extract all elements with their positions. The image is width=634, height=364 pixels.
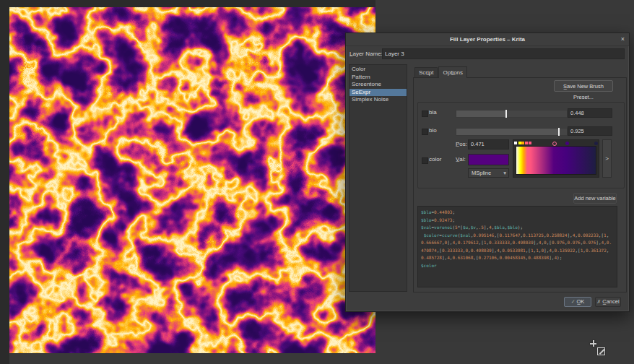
ok-button[interactable]: ✓O̲K (564, 297, 591, 307)
save-new-brush-preset-button[interactable]: S̲ave New Brush Preset... (554, 80, 613, 92)
seexpr-script-editor[interactable]: $bla=0.44803;$blo=0.92473;$val=voronoi(5… (417, 206, 617, 287)
slider-handle[interactable] (558, 128, 560, 136)
slider-blo[interactable] (456, 128, 568, 136)
chevron-down-icon: ▾ (503, 169, 506, 178)
gradient-stop-marker[interactable] (514, 142, 517, 144)
gradient-stop-marker[interactable] (594, 142, 598, 145)
gradient-detail-button[interactable]: > (602, 139, 612, 178)
crosshair-cursor-icon (590, 340, 596, 347)
value-field-bla[interactable]: 0.448 (568, 108, 612, 118)
slider-fill (456, 129, 559, 135)
cancel-button[interactable]: ✗C̲ancel (595, 297, 621, 307)
tab-options[interactable]: Opti̲ons (438, 66, 467, 78)
out-of-canvas-strip-top (0, 0, 375, 7)
code-line: $blo=0.92473; (421, 217, 614, 225)
generator-category-list: ColorPatternScreentoneSeExprSimplex Nois… (349, 64, 407, 292)
seexpr-pattern-image (9, 7, 375, 353)
pos-input[interactable]: 0.471 (468, 139, 509, 150)
gradient-preview[interactable] (516, 146, 596, 175)
category-item-seexpr[interactable]: SeExpr (349, 89, 407, 97)
slider-bla[interactable] (456, 110, 568, 118)
category-item-pattern[interactable]: Pattern (349, 74, 407, 82)
gradient-editor[interactable] (513, 139, 599, 178)
check-icon: ✓ (571, 299, 576, 304)
code-line: $bla=0.44803; (421, 209, 614, 217)
interpolation-dropdown[interactable]: MSpline ▾ (468, 168, 509, 178)
out-of-canvas-strip-left (0, 0, 9, 364)
layer-name-label: L̲ayer Name: (349, 49, 383, 59)
category-item-simplex-noise[interactable]: Simplex Noise (349, 96, 407, 104)
color-value-swatch[interactable] (468, 154, 509, 165)
checkbox-blo[interactable] (422, 129, 428, 135)
close-icon[interactable]: × (621, 33, 625, 46)
interpolation-value: MSpline (472, 170, 491, 176)
code-line: $color (421, 262, 614, 270)
gradient-stop-marker[interactable] (529, 142, 531, 144)
fill-layer-properties-dialog: Fill Layer Properties – Krita × L̲ayer N… (345, 32, 630, 312)
category-item-color[interactable]: Color (349, 66, 407, 74)
checkbox-color[interactable] (422, 157, 428, 164)
pos-label: P̲os: (456, 140, 467, 149)
tab-script[interactable]: Scri̲pt (414, 67, 438, 78)
transform-cursor-icon (597, 347, 605, 355)
layer-name-input[interactable] (382, 48, 625, 59)
variable-label-bla: bla (429, 108, 437, 117)
gradient-stop-strip (516, 141, 596, 146)
variable-label-blo: blo (429, 126, 437, 135)
val-label: V̲al: (456, 155, 466, 164)
gradient-stop-marker[interactable] (565, 142, 569, 145)
add-new-variable-button[interactable]: Add new variable (573, 193, 617, 204)
ok-button-label: O̲K (577, 298, 585, 305)
code-line: $val=voronoi(5*[$u,$v,.5],4,$bla,$blo); (421, 224, 614, 232)
slider-handle[interactable] (505, 110, 507, 118)
gradient-stop-marker[interactable] (525, 142, 528, 144)
tabbar: Scri̲ptOpti̲ons (414, 66, 468, 78)
cancel-button-label: C̲ancel (602, 298, 619, 305)
checkbox-bla[interactable] (422, 110, 428, 117)
x-icon: ✗ (596, 299, 601, 304)
value-field-blo[interactable]: 0.925 (568, 126, 612, 136)
category-item-screentone[interactable]: Screentone (349, 81, 407, 89)
document-canvas[interactable] (9, 7, 375, 353)
dialog-titlebar[interactable]: Fill Layer Properties – Krita × (346, 33, 629, 46)
slider-fill (456, 110, 506, 117)
dialog-title: Fill Layer Properties – Krita (346, 33, 629, 46)
code-line: $color=ccurve($val,0.995146,[0.117647,0.… (421, 232, 614, 262)
gradient-stop-marker[interactable] (521, 142, 524, 144)
variable-label-color: color (429, 155, 441, 164)
